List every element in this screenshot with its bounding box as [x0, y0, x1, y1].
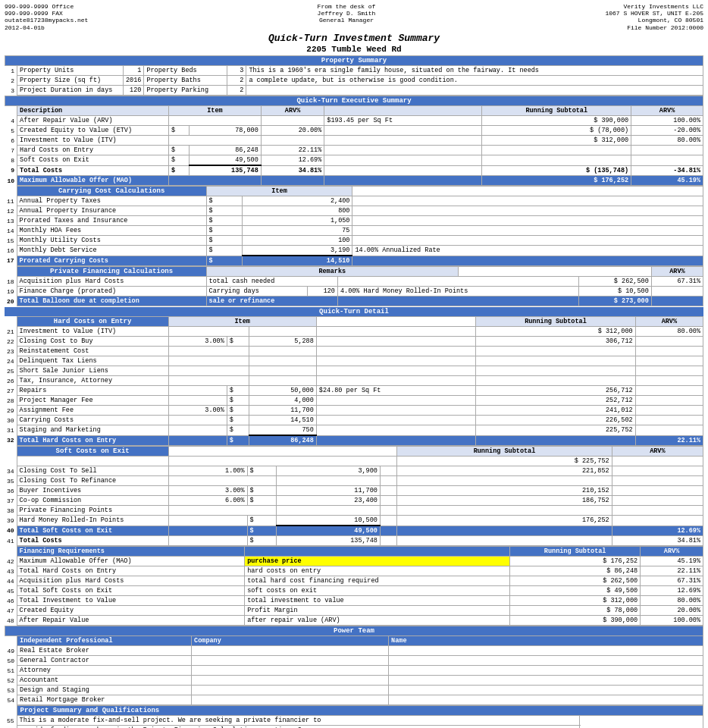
fin-running-col: Running Subtotal [510, 547, 641, 557]
hard-costs-label: Hard Costs on Entry [17, 146, 169, 155]
proj-line-55: This is a moderate fix-and-sell project.… [17, 716, 580, 726]
etv-label: Created Equity to Value (ETV) [17, 126, 169, 136]
email: outate817238mypacks.net [5, 17, 156, 24]
soft-costs-label: Soft Costs on Exit [17, 155, 169, 166]
header-top: 999-999-9999 Office 999-999-9999 FAX out… [5, 3, 703, 24]
itv-detail-label: Investment to Value (ITV) [17, 327, 168, 337]
from-name: Jeffrey D. Smith [156, 10, 537, 17]
doc-file: File Number 2012:0000 [627, 24, 703, 31]
itv-running: $ 312,000 [482, 136, 631, 146]
pm-fee-running: 252,712 [476, 396, 635, 406]
coop-pct: 6.00% [168, 496, 247, 506]
total-costs-running: $ (135,748) [482, 165, 631, 176]
proj-line-56: provide funding as shown in the Private … [17, 726, 580, 729]
label-baths: Property Baths [144, 76, 227, 86]
balloon-label: Total Balloon due at completion [17, 297, 206, 306]
detail-header: Quick-Turn Detail [5, 307, 703, 316]
label-duration: Project Duration in days [17, 86, 124, 96]
finance-charge-note: 4.00% Hard Money Rolled-In Points [337, 287, 578, 297]
buyer-incentives-pct: 3.00% [168, 486, 247, 496]
acq-plus-hard-fin-note: total hard cost financing required [245, 576, 510, 586]
finance-charge-days: 120 [307, 287, 337, 297]
arv-pct: 100.00% [631, 116, 703, 126]
prorated-tax-label: Prorated Taxes and Insurance [17, 216, 206, 226]
col-running-sub: Running Subtotal [482, 106, 631, 116]
doc-date: 2012-04-01b [5, 24, 45, 31]
acq-hard-arv: 67.31% [651, 277, 703, 287]
company-info: Verity Investments LLC 1067 S HOVER ST, … [537, 3, 703, 24]
col-item: Item [169, 106, 262, 116]
design-label: Design and Staging [17, 686, 192, 695]
etv-running-pct: -20.00% [631, 126, 703, 136]
prorated-carrying-val: 14,510 [242, 256, 352, 266]
col-note [324, 106, 482, 116]
total-soft-fin-note: soft costs on exit [245, 586, 510, 596]
coop-running: 186,752 [397, 496, 612, 506]
closing-sell-pct: 1.00% [168, 466, 247, 476]
assignment-fee-label: Assignment Fee [17, 406, 168, 416]
total-hard-val: 86,248 [249, 435, 316, 446]
pt-col3: Name [389, 636, 703, 646]
pm-fee-label: Project Manager Fee [17, 396, 168, 406]
carrying-running: 226,502 [476, 416, 635, 425]
from-title: General Manager [156, 17, 537, 24]
date-file-row: 2012-04-01b File Number 2012:0000 [5, 24, 703, 31]
total-soft-val: 49,500 [277, 526, 381, 536]
row-num-2: 2 [5, 76, 17, 86]
col-arv1: ARV% [261, 106, 324, 116]
private-pts-label: Private Financing Points [17, 506, 168, 516]
mao-fin-note: purchase price [245, 557, 510, 566]
hard-running-col: Running Subtotal [476, 317, 635, 327]
pm-fee-val: 4,000 [249, 396, 316, 406]
total-costs-detail-arv: 34.81% [612, 536, 703, 546]
total-hard-fin-note: hard costs on entry [245, 566, 510, 576]
mao-fin-arv: 45.19% [641, 557, 703, 566]
total-costs-val: 135,748 [189, 165, 261, 176]
mao-fin-running: $ 176,252 [510, 557, 641, 566]
executive-summary-table: Quick-Turn Executive Summary Description… [5, 96, 703, 186]
col-desc: Description [17, 106, 169, 116]
project-summary-header: Project Summary and Qualifications [17, 706, 703, 716]
total-hard-arv: 22.11% [635, 435, 703, 446]
from-desk: From the desk of Jeffrey D. Smith Genera… [156, 3, 537, 24]
total-costs-label: Total Costs [17, 165, 169, 176]
row-num-1: 1 [5, 66, 17, 76]
val-size: 2016 [124, 76, 144, 86]
label-beds: Property Beds [144, 66, 227, 76]
finance-charge-col2: Carrying days [206, 287, 307, 297]
finance-charge-running: $ 10,500 [578, 287, 651, 297]
tax-ins-label: Tax, Insurance, Attorney [17, 376, 168, 386]
utility-val: 100 [242, 236, 352, 246]
closing-buy-pct: 3.00% [168, 337, 227, 347]
val-baths: 2 [227, 76, 246, 86]
val-units: 1 [124, 66, 144, 76]
acq-plus-hard-fin-running: $ 262,500 [510, 576, 641, 586]
hard-money-pts-running: 176,252 [397, 516, 612, 526]
buyer-incentives-running: 210,152 [397, 486, 612, 496]
total-costs-running-pct: -34.81% [631, 165, 703, 176]
created-equity-fin-running: $ 78,000 [510, 606, 641, 616]
prop-ins-label: Annual Property Insurance [17, 206, 206, 216]
total-hard-fin-arv: 22.11% [641, 566, 703, 576]
project-summary-table: Project Summary and Qualifications 55 Th… [5, 705, 703, 728]
fin-arv-col: ARV% [641, 547, 703, 557]
assignment-fee-running: 241,012 [476, 406, 635, 416]
acq-plus-hard-fin-arv: 67.31% [641, 576, 703, 586]
total-soft-arv: 12.69% [612, 526, 703, 536]
arv-label: After Repair Value (ARV) [17, 116, 169, 126]
val-beds: 3 [227, 66, 246, 76]
balloon-running: $ 273,000 [578, 297, 651, 306]
hard-costs-header: Hard Costs on Entry [17, 317, 168, 327]
row-num-3: 3 [5, 86, 17, 96]
itv-pct: 80.00% [631, 136, 703, 146]
etv-pct: 20.00% [261, 126, 324, 136]
closing-buy-label: Closing Cost to Buy [17, 337, 168, 347]
financing-req-table: Financing Requirements Running Subtotal … [5, 546, 703, 626]
prop-tax-val: 2,400 [242, 196, 352, 206]
signature-block: Jeffrey D. Smith General Manager [580, 716, 703, 729]
staging-running: 225,752 [476, 425, 635, 436]
total-soft-fin-label: Total Soft Costs on Exit [17, 586, 245, 596]
repairs-val: 50,000 [249, 386, 316, 396]
soft-costs-table: Soft Costs on Exit Running Subtotal ARV%… [5, 446, 703, 546]
val-duration: 120 [124, 86, 144, 96]
